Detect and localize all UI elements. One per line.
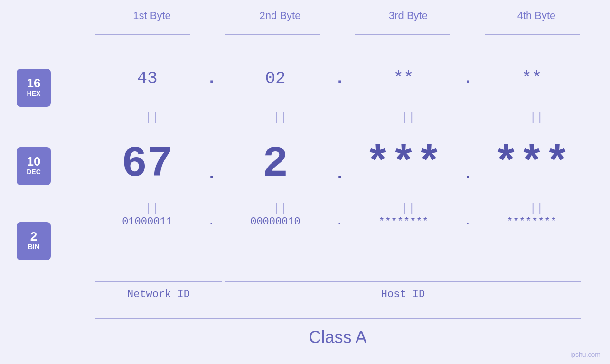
hex-dot3: . <box>463 69 472 88</box>
hex-byte4: ** <box>472 69 591 88</box>
dec-badge: 10 DEC <box>17 147 51 185</box>
hex-dot1: . <box>206 69 216 88</box>
bracket-line-3 <box>355 34 450 35</box>
bin-dot3: . <box>463 216 472 228</box>
hex-badge: 16 HEX <box>17 69 51 107</box>
bin-badge-number: 2 <box>30 230 37 243</box>
bracket-line-1 <box>95 34 190 35</box>
dec-badge-label: DEC <box>27 168 41 177</box>
byte3-header: 3rd Byte <box>344 9 472 22</box>
bin-badge: 2 BIN <box>17 222 51 260</box>
equals-row-top: || || || || <box>88 112 601 124</box>
hex-byte1: 43 <box>88 69 206 88</box>
hex-badge-number: 16 <box>27 77 41 89</box>
hex-dot2: . <box>335 69 344 88</box>
eq-top-4: || <box>472 112 601 124</box>
dec-byte1: 67 <box>88 140 206 188</box>
bin-dot1: . <box>206 216 216 228</box>
main-container: 1st Byte 2nd Byte 3rd Byte 4th Byte 16 H… <box>0 0 610 364</box>
bin-byte3: ******** <box>344 216 463 228</box>
bin-row: 01000011 . 00000010 . ******** . *******… <box>88 216 601 228</box>
host-id-label: Host ID <box>225 289 581 300</box>
dec-byte4: *** <box>472 140 591 188</box>
bracket-line-2 <box>225 34 320 35</box>
bin-dot2: . <box>335 216 344 228</box>
byte2-header: 2nd Byte <box>216 9 344 22</box>
class-bracket <box>95 318 581 319</box>
dec-dot1: . <box>206 164 216 184</box>
host-bracket <box>225 281 581 282</box>
watermark: ipshu.com <box>570 351 601 358</box>
bin-byte2: 00000010 <box>216 216 335 228</box>
dec-dot2: . <box>335 164 344 184</box>
hex-row: 43 . 02 . ** . ** <box>88 69 601 88</box>
network-id-label: Network ID <box>95 289 222 300</box>
eq-top-3: || <box>344 112 472 124</box>
eq-mid-1: || <box>88 202 216 215</box>
network-bracket <box>95 281 222 282</box>
bracket-line-4 <box>485 34 580 35</box>
byte1-header: 1st Byte <box>88 9 216 22</box>
dec-byte2: 2 <box>216 140 335 188</box>
byte4-header: 4th Byte <box>472 9 601 22</box>
class-label: Class A <box>95 327 581 347</box>
dec-byte3: *** <box>344 140 463 188</box>
eq-mid-3: || <box>344 202 472 215</box>
eq-top-2: || <box>216 112 344 124</box>
eq-mid-2: || <box>216 202 344 215</box>
eq-mid-4: || <box>472 202 601 215</box>
equals-row-mid: || || || || <box>88 202 601 215</box>
bin-byte4: ******** <box>472 216 591 228</box>
hex-badge-label: HEX <box>27 89 41 99</box>
bin-badge-label: BIN <box>28 243 39 252</box>
hex-byte3: ** <box>344 69 463 88</box>
dec-badge-number: 10 <box>27 155 41 168</box>
byte-headers: 1st Byte 2nd Byte 3rd Byte 4th Byte <box>88 9 601 22</box>
bin-byte1: 01000011 <box>88 216 206 228</box>
dec-row: 67 . 2 . *** . *** <box>88 140 601 188</box>
dec-dot3: . <box>463 164 472 184</box>
hex-byte2: 02 <box>216 69 335 88</box>
eq-top-1: || <box>88 112 216 124</box>
